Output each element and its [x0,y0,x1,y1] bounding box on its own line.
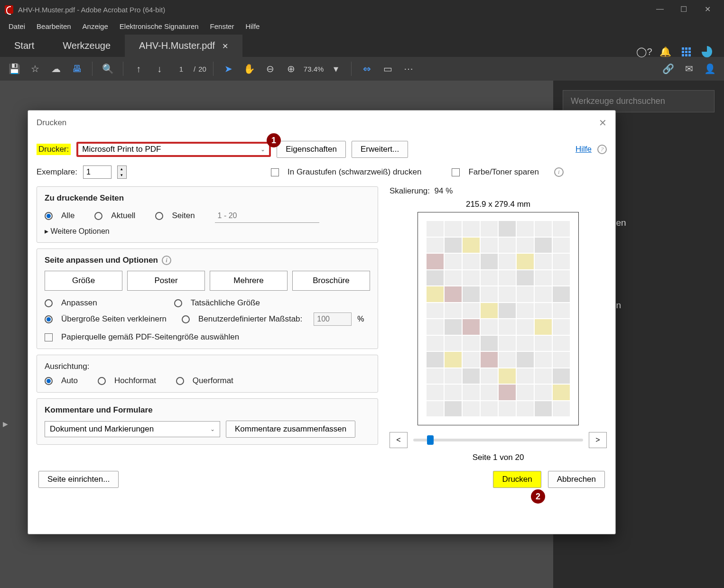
copies-label: Exemplare: [37,167,77,177]
print-icon[interactable]: 🖶 [68,60,85,77]
profile-icon[interactable] [702,46,712,57]
page-down-icon[interactable]: ↓ [151,60,168,77]
apps-icon[interactable] [681,46,691,57]
app-icon [5,5,13,14]
printer-select[interactable]: Microsoft Print to PDF ⌄ [76,142,271,157]
more-options-expand[interactable]: Weitere Optionen [45,227,370,236]
pages-section-title: Zu druckende Seiten [45,193,370,203]
info-icon[interactable]: ? [597,145,607,154]
chevron-down-icon: ⌄ [210,426,215,432]
fit-width-icon[interactable]: ⇔ [358,60,375,77]
annotation-badge-1: 1 [267,133,281,147]
preview-prev-button[interactable]: < [390,432,408,448]
info-icon[interactable]: i [554,167,564,177]
info-icon[interactable]: i [162,256,171,265]
page-setup-button[interactable]: Seite einrichten... [38,471,119,488]
comments-select[interactable]: Dokument und Markierungen ⌄ [45,421,220,437]
pages-current-radio[interactable] [94,212,102,220]
properties-button[interactable]: Eigenschaften [277,141,346,158]
help-icon[interactable]: ◯? [639,46,650,57]
tab-document[interactable]: AHV-H.Muster.pdf✕ [125,35,242,57]
zoom-value: 73.4% [304,65,324,73]
page-number-input[interactable] [172,65,191,73]
hand-icon[interactable]: ✋ [241,60,258,77]
slider-thumb[interactable] [427,435,434,445]
tab-close-icon[interactable]: ✕ [222,42,228,50]
dialog-close-icon[interactable]: ✕ [599,117,607,129]
toner-checkbox[interactable] [452,168,460,176]
grayscale-checkbox[interactable] [271,168,279,176]
advanced-button[interactable]: Erweitert... [352,141,408,158]
link-icon[interactable]: 🔗 [659,60,677,77]
paper-source-checkbox[interactable] [45,333,53,341]
printer-label: Drucker: [37,144,71,155]
menu-signaturen[interactable]: Elektronische Signaturen [115,20,204,32]
preview-next-button[interactable]: > [589,432,607,448]
pages-all-radio[interactable] [45,212,53,220]
fit-actual-radio[interactable] [174,299,182,307]
copies-spinner[interactable]: ▴▾ [117,165,127,179]
preview-page-indicator: Seite 1 von 20 [390,453,607,462]
preview-dimensions: 215.9 x 279.4 mm [390,200,607,209]
orient-portrait-radio[interactable] [98,377,106,385]
close-button[interactable]: ✕ [703,5,712,14]
cancel-button[interactable]: Abbrechen [548,471,605,488]
page-total: 20 [198,65,206,73]
email-icon[interactable]: ✉ [680,60,697,77]
left-panel-handle[interactable]: ▶ [0,417,11,431]
help-link[interactable]: Hilfe [575,145,592,154]
menu-fenster[interactable]: Fenster [205,20,239,32]
title-bar: AHV-H.Muster.pdf - Adobe Acrobat Pro (64… [0,0,724,19]
print-preview [418,212,579,425]
page-up-icon[interactable]: ↑ [130,60,147,77]
minimize-button[interactable]: — [655,5,665,14]
orient-landscape-radio[interactable] [176,377,184,385]
print-button[interactable]: Drucken [493,471,541,488]
annotation-badge-2: 2 [531,489,545,504]
maximize-button[interactable]: ☐ [679,5,688,14]
preview-slider[interactable] [413,439,583,441]
zoom-out-icon[interactable]: ⊖ [262,60,279,77]
cloud-icon[interactable]: ☁ [47,60,65,77]
fit-multiple-button[interactable]: Mehrere [210,271,288,291]
fit-booklet-button[interactable]: Broschüre [292,271,370,291]
menu-anzeige[interactable]: Anzeige [78,20,113,32]
orient-auto-radio[interactable] [45,377,53,385]
orientation-section: Ausrichtung: Auto Hochformat Querformat [37,355,378,393]
fit-poster-button[interactable]: Poster [127,271,205,291]
menu-bar: Datei Bearbeiten Anzeige Elektronische S… [0,19,724,33]
zoom-dropdown-icon[interactable]: ▾ [327,60,344,77]
comments-section: Kommentare und Formulare Dokument und Ma… [37,398,378,445]
bell-icon[interactable]: 🔔 [660,46,670,57]
orientation-label: Ausrichtung: [45,362,370,371]
add-user-icon[interactable]: 👤 [701,60,718,77]
more-icon[interactable]: ⋯ [400,60,417,77]
summarize-comments-button[interactable]: Kommentare zusammenfassen [226,421,355,438]
pages-range-input[interactable] [215,209,319,223]
fit-shrink-radio[interactable] [45,315,53,323]
selection-icon[interactable]: ➤ [220,60,237,77]
tools-search-input[interactable]: Werkzeuge durchsuchen [563,90,715,112]
zoom-in-icon[interactable]: ⊕ [283,60,300,77]
window-title: AHV-H.Muster.pdf - Adobe Acrobat Pro (64… [18,6,165,14]
chevron-down-icon: ⌄ [260,146,265,153]
dialog-title: Drucken [37,118,66,128]
fit-size-button[interactable]: Größe [45,271,122,291]
menu-hilfe[interactable]: Hilfe [241,20,264,32]
tab-werkzeuge[interactable]: Werkzeuge [48,35,125,57]
custom-scale-input[interactable] [314,312,352,326]
fit-custom-radio[interactable] [182,315,190,323]
menu-datei[interactable]: Datei [4,20,30,32]
fit-adapt-radio[interactable] [45,299,53,307]
star-icon[interactable]: ☆ [27,60,44,77]
pages-range-radio[interactable] [155,212,163,220]
read-mode-icon[interactable]: ▭ [379,60,396,77]
scale-label: Skalierung: [390,186,430,195]
zoom-out-find-icon[interactable]: 🔍 [99,60,116,77]
tab-start[interactable]: Start [0,35,48,57]
copies-input[interactable] [83,165,111,179]
menu-bearbeiten[interactable]: Bearbeiten [32,20,76,32]
print-dialog: Drucken ✕ Drucker: Microsoft Print to PD… [28,110,616,534]
save-icon[interactable]: 💾 [6,60,23,77]
toner-label: Farbe/Toner sparen [468,167,538,177]
